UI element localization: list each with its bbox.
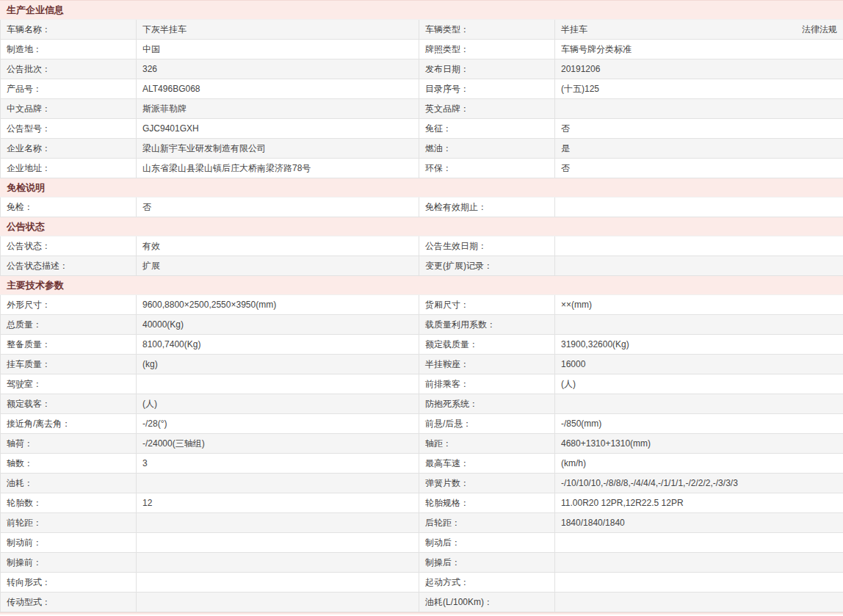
- field-value: 9600,8800×2500,2550×3950(mm): [137, 295, 419, 315]
- field-value: 下灰半挂车: [137, 20, 419, 40]
- field-value-text: 12: [142, 498, 152, 508]
- field-value: 8100,7400(Kg): [137, 335, 419, 355]
- vehicle-announcement-page: 生产企业信息车辆名称：下灰半挂车车辆类型：半挂车法律法规制造地：中国牌照类型：车…: [0, 0, 843, 615]
- field-label: 外形尺寸：: [1, 295, 137, 315]
- field-value: 半挂车法律法规: [555, 20, 843, 40]
- field-label: 前轮距：: [1, 513, 137, 533]
- field-label: 挂车质量：: [1, 355, 137, 374]
- field-label-text: 防抱死系统：: [425, 399, 478, 409]
- field-label: 发布日期：: [419, 59, 555, 79]
- field-value: GJC9401GXH: [137, 119, 419, 139]
- field-value-text: 4680+1310+1310(mm): [561, 438, 651, 449]
- field-label: 起动方式：: [419, 573, 555, 593]
- table-row: 公告型号：GJC9401GXH免征：否: [1, 119, 843, 139]
- table-row: 挂车质量：(kg)半挂鞍座：16000: [1, 355, 843, 374]
- section-title: 公告状态: [1, 217, 843, 236]
- section-header-row: 免检说明: [1, 178, 843, 198]
- field-value: 否: [555, 159, 843, 178]
- field-label: 总质量：: [1, 315, 137, 335]
- field-label-text: 轮胎规格：: [425, 498, 469, 508]
- field-label-text: 整备质量：: [7, 339, 51, 349]
- field-value: 梁山新宇车业研发制造有限公司: [137, 139, 419, 159]
- table-row: 前轮距：后轮距：1840/1840/1840: [1, 513, 843, 533]
- field-value: 11.00R20 12PR,12R22.5 12PR: [555, 493, 843, 513]
- laws-regulations-link[interactable]: 法律法规: [802, 23, 837, 36]
- field-value: [555, 573, 843, 593]
- field-value: 是: [555, 139, 843, 159]
- field-label: 公告状态描述：: [1, 256, 137, 276]
- field-label-text: 油耗(L/100Km)：: [425, 597, 493, 607]
- field-label-text: 最高车速：: [425, 458, 469, 468]
- field-value: 326: [137, 59, 419, 79]
- table-row: 额定载客：(人)防抱死系统：: [1, 394, 843, 414]
- field-label-text: 中文品牌：: [7, 104, 51, 114]
- field-value: [137, 533, 419, 553]
- field-label: 接近角/离去角：: [1, 414, 137, 434]
- field-label-text: 前轮距：: [7, 518, 42, 528]
- table-row: 制操前：制操后：: [1, 553, 843, 573]
- field-label: 车辆类型：: [419, 20, 555, 40]
- field-label-text: 载质量利用系数：: [425, 319, 496, 330]
- field-value: [555, 593, 843, 612]
- table-row: 免检：否免检有效期止：: [1, 198, 843, 217]
- field-label: 弹簧片数：: [419, 474, 555, 493]
- field-value: [137, 573, 419, 593]
- field-label: 轮胎数：: [1, 493, 137, 513]
- field-value-text: 扩展: [142, 261, 160, 271]
- field-label: 公告批次：: [1, 59, 137, 79]
- field-value-text: 3: [142, 458, 148, 468]
- field-value: 31900,32600(Kg): [555, 335, 843, 355]
- field-label-text: 制操前：: [7, 557, 42, 568]
- field-label: 产品号：: [1, 79, 137, 99]
- field-label-text: 车辆名称：: [7, 24, 51, 35]
- field-label-text: 目录序号：: [425, 84, 469, 94]
- section-header-row: 主要技术参数: [1, 276, 843, 295]
- field-value-text: 1840/1840/1840: [561, 518, 625, 528]
- field-value-text: 326: [142, 64, 157, 74]
- field-label-text: 免检：: [7, 202, 33, 212]
- table-row: 驾驶室：前排乘客：(人): [1, 374, 843, 394]
- field-label: 免征：: [419, 119, 555, 139]
- field-value: -/28(°): [137, 414, 419, 434]
- section-header-row: 公告状态: [1, 217, 843, 236]
- field-label-text: 制造地：: [7, 44, 42, 54]
- field-label: 半挂鞍座：: [419, 355, 555, 374]
- field-value: 有效: [137, 236, 419, 256]
- field-value: -/850(mm): [555, 414, 843, 434]
- field-label-text: 变更(扩展)记录：: [425, 261, 493, 271]
- section-title: 生产企业信息: [1, 1, 843, 20]
- section-header-row: 生产企业信息: [1, 1, 843, 20]
- field-value: [555, 315, 843, 335]
- field-label-text: 额定载客：: [7, 399, 51, 409]
- field-label-text: 免征：: [425, 123, 452, 134]
- field-value-text: 车辆号牌分类标准: [561, 44, 632, 54]
- field-value-text: (十五)125: [561, 84, 599, 94]
- field-value-text: GJC9401GXH: [142, 123, 199, 134]
- field-value-text: 否: [142, 202, 151, 212]
- field-value-text: -/850(mm): [561, 418, 601, 429]
- field-label: 最高车速：: [419, 454, 555, 474]
- table-row: 制动前：制动后：: [1, 533, 843, 553]
- field-label: 货厢尺寸：: [419, 295, 555, 315]
- field-label: 英文品牌：: [419, 99, 555, 119]
- field-label: 轴数：: [1, 454, 137, 474]
- field-label-text: 车辆类型：: [425, 24, 469, 35]
- field-label: 制造地：: [1, 40, 137, 59]
- field-label: 企业地址：: [1, 159, 137, 178]
- field-value: [137, 513, 419, 533]
- field-value-text: 31900,32600(Kg): [561, 339, 629, 349]
- field-value: [137, 593, 419, 612]
- field-label-text: 总质量：: [7, 319, 42, 330]
- field-value: 否: [555, 119, 843, 139]
- field-value: 12: [137, 493, 419, 513]
- field-value-text: 是: [561, 143, 570, 153]
- field-label: 轮胎规格：: [419, 493, 555, 513]
- field-value: [555, 394, 843, 414]
- field-value: [555, 99, 843, 119]
- field-value: 16000: [555, 355, 843, 374]
- field-value-text: ××(mm): [561, 300, 592, 310]
- field-label-text: 制动后：: [425, 537, 460, 548]
- field-value-text: 16000: [561, 359, 585, 369]
- field-label: 后轮距：: [419, 513, 555, 533]
- table-row: 公告状态：有效公告生效日期：: [1, 236, 843, 256]
